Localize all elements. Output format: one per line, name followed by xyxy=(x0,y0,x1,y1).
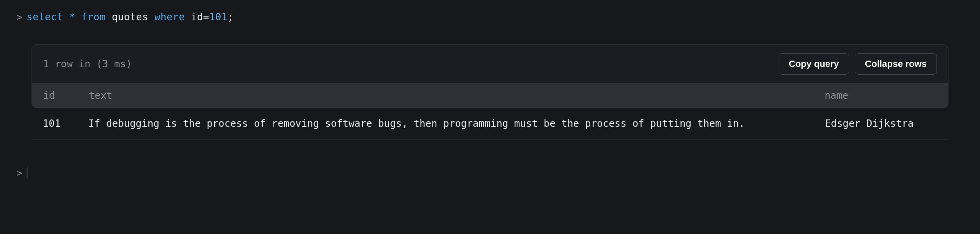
column-header-text: text xyxy=(89,90,825,101)
text-cursor xyxy=(27,168,27,179)
query-text: select * from quotes where id=101; xyxy=(27,11,234,23)
status-text: 1 row in (3 ms) xyxy=(43,58,132,70)
result-block: 1 row in (3 ms) Copy query Collapse rows… xyxy=(32,44,948,139)
cell-id: 101 xyxy=(43,118,88,129)
column-header-id: id xyxy=(43,90,89,101)
input-prompt-line[interactable]: > xyxy=(0,153,980,183)
keyword-star: * xyxy=(69,11,75,23)
column-headers: id text name xyxy=(32,83,948,108)
collapse-rows-button[interactable]: Collapse rows xyxy=(855,53,937,74)
keyword-from: from xyxy=(81,11,106,23)
cell-text: If debugging is the process of removing … xyxy=(88,118,825,129)
keyword-select: select xyxy=(27,11,63,23)
column-name: id xyxy=(191,11,203,23)
prompt-symbol: > xyxy=(17,168,22,178)
result-header: 1 row in (3 ms) Copy query Collapse rows xyxy=(32,44,948,83)
numeric-value: 101 xyxy=(209,11,227,23)
column-header-name: name xyxy=(825,90,937,101)
copy-query-button[interactable]: Copy query xyxy=(779,53,849,74)
executed-query-line: > select * from quotes where id=101; xyxy=(0,7,980,27)
table-row: 101 If debugging is the process of remov… xyxy=(32,108,948,139)
equals-operator: = xyxy=(203,11,209,23)
prompt-symbol: > xyxy=(17,12,22,22)
table-name: quotes xyxy=(112,11,148,23)
semicolon: ; xyxy=(228,11,234,23)
keyword-where: where xyxy=(154,11,185,23)
cell-name: Edsger Dijkstra xyxy=(825,118,937,129)
button-group: Copy query Collapse rows xyxy=(779,53,937,74)
